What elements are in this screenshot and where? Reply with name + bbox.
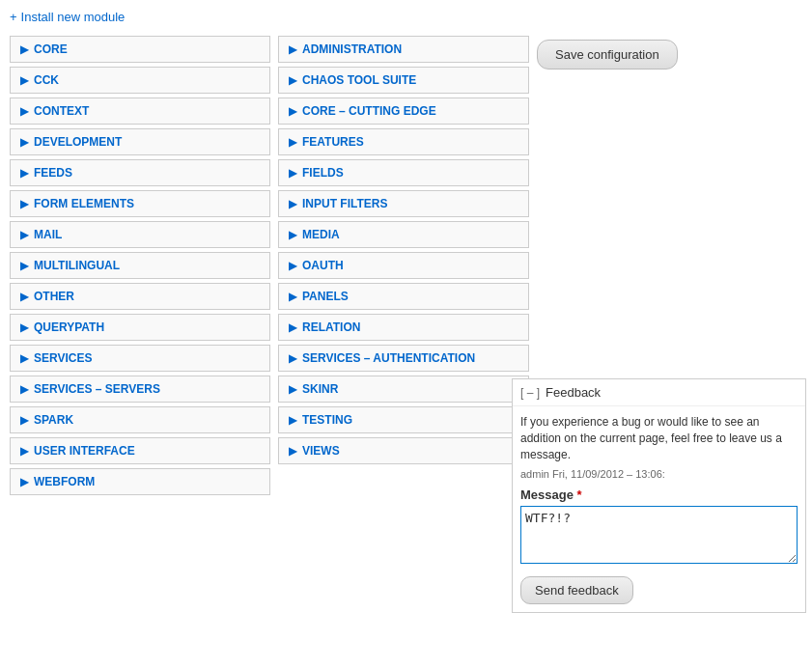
arrow-icon: ▶: [289, 260, 296, 272]
middle-module-item[interactable]: ▶CORE – CUTTING EDGE: [278, 97, 529, 125]
arrow-icon: ▶: [20, 291, 28, 303]
feedback-panel: [ – ] Feedback If you experience a bug o…: [512, 378, 806, 613]
module-label: CORE: [34, 42, 68, 56]
left-module-item[interactable]: ▶WEBFORM: [10, 468, 270, 495]
middle-module-item[interactable]: ▶OAUTH: [278, 252, 529, 279]
module-label: CHAOS TOOL SUITE: [302, 73, 416, 87]
feedback-message-label: Message *: [520, 487, 798, 502]
left-module-item[interactable]: ▶SERVICES – SERVERS: [10, 376, 270, 403]
module-label: MAIL: [34, 228, 62, 241]
arrow-icon: ▶: [20, 167, 28, 180]
feedback-textarea[interactable]: [520, 506, 798, 564]
middle-module-item[interactable]: ▶PANELS: [278, 283, 529, 310]
feedback-toggle-button[interactable]: [ – ]: [520, 386, 540, 400]
arrow-icon: ▶: [289, 136, 296, 149]
module-label: CORE – CUTTING EDGE: [302, 104, 436, 118]
module-label: OAUTH: [302, 259, 344, 272]
module-label: RELATION: [302, 320, 360, 334]
module-label: FORM ELEMENTS: [34, 197, 134, 210]
left-module-item[interactable]: ▶SPARK: [10, 406, 270, 433]
left-module-item[interactable]: ▶CONTEXT: [10, 97, 270, 125]
feedback-meta: admin Fri, 11/09/2012 – 13:06:: [520, 468, 798, 480]
left-module-item[interactable]: ▶CCK: [10, 67, 270, 94]
left-module-item[interactable]: ▶QUERYPATH: [10, 314, 270, 341]
arrow-icon: ▶: [20, 260, 28, 272]
arrow-icon: ▶: [20, 74, 28, 87]
plus-icon: +: [10, 10, 17, 24]
arrow-icon: ▶: [20, 476, 28, 488]
module-label: CCK: [34, 73, 59, 87]
module-label: MULTILINGUAL: [34, 259, 120, 272]
middle-module-item[interactable]: ▶ADMINISTRATION: [278, 36, 529, 63]
left-module-item[interactable]: ▶CORE: [10, 36, 270, 63]
left-module-item[interactable]: ▶FEEDS: [10, 159, 270, 186]
middle-column: ▶ADMINISTRATION▶CHAOS TOOL SUITE▶CORE – …: [278, 36, 529, 495]
arrow-icon: ▶: [289, 198, 296, 210]
arrow-icon: ▶: [20, 229, 28, 241]
arrow-icon: ▶: [20, 105, 28, 118]
arrow-icon: ▶: [20, 352, 28, 365]
module-label: ADMINISTRATION: [302, 42, 402, 56]
arrow-icon: ▶: [20, 136, 28, 149]
module-label: PANELS: [302, 290, 349, 303]
left-module-item[interactable]: ▶SERVICES: [10, 345, 270, 372]
middle-module-item[interactable]: ▶VIEWS: [278, 437, 529, 464]
module-label: FIELDS: [302, 166, 344, 180]
save-configuration-button[interactable]: Save configuration: [537, 40, 678, 70]
middle-module-item[interactable]: ▶CHAOS TOOL SUITE: [278, 67, 529, 94]
module-label: FEEDS: [34, 166, 72, 180]
arrow-icon: ▶: [289, 229, 296, 241]
feedback-required-marker: *: [577, 487, 582, 502]
send-feedback-button[interactable]: Send feedback: [520, 576, 633, 604]
arrow-icon: ▶: [289, 167, 296, 180]
arrow-icon: ▶: [20, 445, 28, 458]
arrow-icon: ▶: [289, 321, 296, 334]
feedback-header: [ – ] Feedback: [513, 379, 805, 406]
arrow-icon: ▶: [20, 198, 28, 210]
arrow-icon: ▶: [289, 105, 296, 118]
feedback-body: If you experience a bug or would like to…: [513, 406, 805, 612]
module-label: DEVELOPMENT: [34, 135, 122, 149]
arrow-icon: ▶: [289, 445, 296, 458]
middle-module-item[interactable]: ▶RELATION: [278, 314, 529, 341]
module-label: INPUT FILTERS: [302, 197, 387, 210]
middle-module-item[interactable]: ▶INPUT FILTERS: [278, 190, 529, 217]
arrow-icon: ▶: [20, 383, 28, 396]
arrow-icon: ▶: [20, 321, 28, 334]
middle-module-item[interactable]: ▶MEDIA: [278, 221, 529, 248]
module-label: TESTING: [302, 413, 352, 427]
module-label: SERVICES: [34, 351, 92, 365]
left-module-item[interactable]: ▶MAIL: [10, 221, 270, 248]
module-label: SPARK: [34, 413, 73, 427]
arrow-icon: ▶: [20, 43, 28, 56]
middle-module-item[interactable]: ▶FIELDS: [278, 159, 529, 186]
feedback-description: If you experience a bug or would like to…: [520, 414, 798, 462]
module-label: USER INTERFACE: [34, 444, 135, 458]
left-module-item[interactable]: ▶OTHER: [10, 283, 270, 310]
module-label: SKINR: [302, 382, 338, 396]
module-label: QUERYPATH: [34, 320, 104, 334]
arrow-icon: ▶: [289, 74, 296, 87]
module-label: FEATURES: [302, 135, 364, 149]
install-new-module-link[interactable]: + Install new module: [10, 10, 125, 24]
middle-module-item[interactable]: ▶SKINR: [278, 376, 529, 403]
arrow-icon: ▶: [289, 352, 296, 365]
arrow-icon: ▶: [289, 43, 296, 56]
middle-module-item[interactable]: ▶FEATURES: [278, 128, 529, 155]
middle-module-item[interactable]: ▶TESTING: [278, 406, 529, 433]
module-label: SERVICES – SERVERS: [34, 382, 160, 396]
install-link-label: Install new module: [21, 10, 126, 24]
middle-module-item[interactable]: ▶SERVICES – AUTHENTICATION: [278, 345, 529, 372]
left-module-item[interactable]: ▶MULTILINGUAL: [10, 252, 270, 279]
left-module-item[interactable]: ▶USER INTERFACE: [10, 437, 270, 464]
module-label: MEDIA: [302, 228, 340, 241]
module-label: SERVICES – AUTHENTICATION: [302, 351, 475, 365]
left-module-item[interactable]: ▶DEVELOPMENT: [10, 128, 270, 155]
left-module-item[interactable]: ▶FORM ELEMENTS: [10, 190, 270, 217]
main-layout: ▶CORE▶CCK▶CONTEXT▶DEVELOPMENT▶FEEDS▶FORM…: [10, 36, 802, 495]
module-label: OTHER: [34, 290, 74, 303]
feedback-title: Feedback: [546, 385, 601, 400]
arrow-icon: ▶: [289, 414, 296, 427]
arrow-icon: ▶: [289, 383, 296, 396]
arrow-icon: ▶: [20, 414, 28, 427]
